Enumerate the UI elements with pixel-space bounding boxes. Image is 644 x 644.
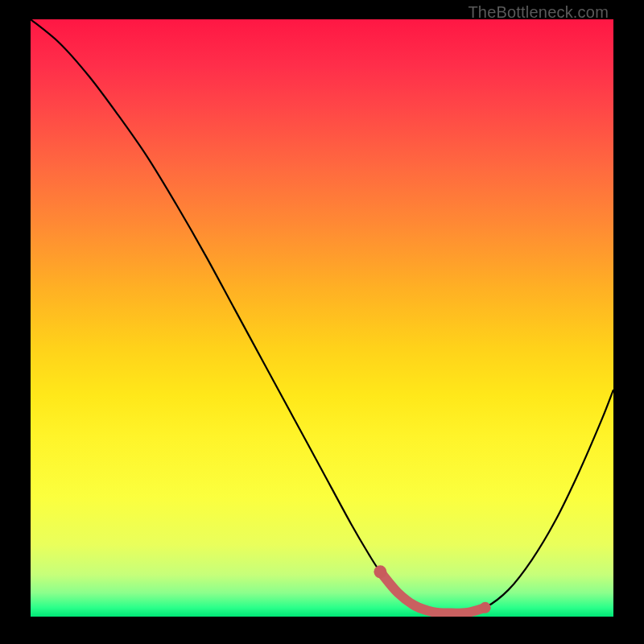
plot-area [31, 19, 613, 617]
highlight-segment [380, 572, 485, 613]
right-marker [480, 602, 491, 613]
chart-frame: TheBottleneck.com [0, 0, 644, 644]
curve-svg [31, 19, 613, 617]
bottleneck-curve [31, 19, 613, 613]
watermark-text: TheBottleneck.com [468, 3, 609, 22]
left-elbow [374, 565, 386, 578]
